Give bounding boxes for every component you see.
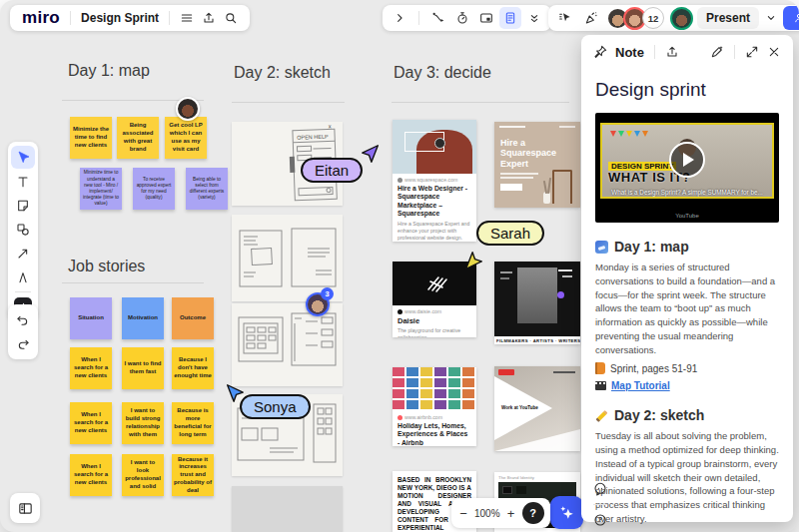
sticky-note[interactable]: I want to build strong relationship with… [122, 402, 164, 444]
frame-title-day3[interactable]: Day 3: decide [394, 64, 491, 82]
sticky-note[interactable]: Being associated with great brand [117, 117, 159, 159]
share-button[interactable]: Share [783, 6, 799, 30]
edit-sparkle-icon [709, 44, 725, 60]
sticky-note[interactable]: When I search for a new clients [70, 454, 112, 496]
web-card-airbnb[interactable]: www.airbnb.com Holiday Lets, Homes, Expe… [393, 367, 476, 446]
note-doc-title[interactable]: Design sprint [595, 79, 779, 101]
collaborator-cursor-eitan [360, 143, 382, 165]
sticky-note[interactable]: To receive approved expert for my need (… [133, 168, 175, 210]
sticky-note[interactable]: When I search for a new clients [70, 347, 112, 389]
sketch-card-3[interactable] [232, 303, 343, 386]
web-card-daisie[interactable]: www.daisie.com Daisie The playground for… [393, 262, 476, 337]
frame-tool-button[interactable] [475, 7, 497, 29]
result-url: www.daisie.com [398, 308, 471, 314]
undo-button[interactable] [11, 308, 35, 331]
close-panel-button[interactable] [763, 41, 785, 63]
comments-button[interactable] [589, 478, 611, 500]
web-card-youtube-jobs[interactable]: Work at YouTube [494, 366, 580, 451]
hamburger-icon [179, 10, 195, 26]
sticky-note[interactable]: Minimize the time to find new clients [70, 117, 112, 159]
note-tool-button[interactable] [499, 7, 521, 29]
pin-panel-button[interactable] [589, 41, 611, 63]
web-card-squarespace-result[interactable]: www.squarespace.com Hire a Web Designer … [393, 120, 476, 242]
chevron-right-icon [392, 10, 407, 26]
text-tool-button[interactable] [11, 170, 35, 193]
sticky-note[interactable]: Because I don't have enought time [172, 347, 214, 389]
result-description: Hire a Squarespace Expert and enhance yo… [398, 221, 471, 242]
undo-icon [15, 312, 31, 328]
ai-assist-button[interactable] [550, 496, 583, 529]
sticky-note-tool-button[interactable] [11, 194, 35, 217]
sticky-note[interactable]: Being able to select from different expe… [186, 168, 228, 210]
search-button[interactable] [220, 7, 242, 29]
export-note-button[interactable] [661, 41, 683, 63]
current-user-avatar[interactable] [670, 7, 693, 30]
svg-text:x: x [329, 123, 332, 129]
video-embed[interactable]: DESIGN SPRINT WHAT IS IT? What is a Desi… [595, 113, 779, 223]
zoom-in-button[interactable]: + [505, 506, 517, 521]
redo-button[interactable] [11, 332, 35, 355]
frames-panel-button[interactable] [10, 493, 40, 523]
sticky-note[interactable]: Outcome [172, 297, 214, 339]
sticky-note[interactable]: Because it increases trust and probabili… [172, 454, 214, 496]
clapper-emoji-icon [595, 381, 606, 390]
connector-tool-button[interactable] [427, 7, 449, 29]
participant-count-badge[interactable]: 12 [642, 7, 664, 29]
sticky-note[interactable]: Because is more beneficial for long term [172, 402, 214, 444]
section-heading-day2: Day 2: sketch [595, 407, 779, 423]
airbnb-favicon-icon [398, 415, 402, 420]
hero-heading-line2: Squarespace [500, 148, 556, 158]
pencil-emoji-icon [595, 409, 608, 422]
present-button[interactable]: Present [697, 7, 759, 29]
sticky-note[interactable]: I want to find them fast [122, 347, 164, 389]
sticky-note[interactable]: Minimize time to understand a new tool -… [80, 168, 122, 210]
expand-panel-button[interactable] [741, 41, 763, 63]
arrow-icon [15, 246, 31, 262]
expand-icon [744, 44, 760, 60]
book-emoji-icon [595, 362, 605, 374]
sticky-note[interactable]: Motivation [122, 297, 164, 339]
close-icon [766, 44, 782, 60]
result-title: Hire a Web Designer - Squarespace Market… [398, 185, 471, 219]
map-tutorial-link[interactable]: Map Tutorial [611, 380, 670, 391]
play-button[interactable] [669, 142, 705, 178]
frame-title-day1[interactable]: Day 1: map [68, 62, 150, 80]
sticky-note[interactable]: I want to look professional and solid [122, 454, 164, 496]
timer-icon [454, 10, 470, 26]
export-button[interactable] [198, 7, 220, 29]
note-panel-header: Note [581, 35, 793, 69]
zoom-out-button[interactable]: − [457, 506, 469, 521]
arrow-tool-button[interactable] [11, 242, 35, 265]
shapes-tool-button[interactable] [11, 218, 35, 241]
reactions-button[interactable] [580, 7, 602, 29]
web-card-image [393, 367, 476, 411]
brand-site-name: The Brand Identity [498, 475, 576, 480]
sticky-note[interactable]: Situation [70, 297, 112, 339]
collapse-toolbar-button[interactable] [523, 7, 545, 29]
web-card-squarespace-hero[interactable]: Hire a Squarespace Expert [494, 122, 580, 208]
redo-icon [15, 336, 31, 352]
select-tool-button[interactable] [11, 146, 35, 169]
result-title: Holiday Lets, Homes, Experiences & Place… [398, 422, 471, 446]
result-url: www.airbnb.com [398, 414, 471, 420]
follow-mode-button[interactable] [554, 7, 576, 29]
sketch-card-5[interactable] [232, 486, 343, 532]
board-menu-button[interactable] [176, 7, 198, 29]
sticky-note[interactable]: Get cool LP which I can use as my visit … [165, 117, 207, 159]
pen-tool-button[interactable] [11, 266, 35, 288]
frame-title-day2[interactable]: Day 2: sketch [234, 64, 331, 82]
present-dropdown-button[interactable] [763, 7, 779, 29]
timer-button[interactable] [451, 7, 473, 29]
zoom-controls: − 100% + ? [451, 498, 550, 528]
frame-title-job-stories[interactable]: Job stories [68, 258, 145, 275]
panel-help-button[interactable]: ? [589, 509, 611, 531]
help-button[interactable]: ? [522, 502, 544, 524]
expand-toolbar-button[interactable] [389, 7, 410, 29]
board-title[interactable]: Design Sprint [77, 11, 163, 25]
web-card-creative-portfolio[interactable]: FILMMAKERS · ARTISTS · WRITERS · MUSICIA… [494, 262, 580, 344]
miro-board-window: Day 1: map Day 2: sketch Day 3: decide J… [0, 0, 799, 532]
miro-logo[interactable]: miro [18, 8, 64, 28]
zoom-level[interactable]: 100% [474, 508, 500, 519]
sticky-note[interactable]: When I search for a new clients [70, 402, 112, 444]
ai-edit-button[interactable] [706, 41, 728, 63]
